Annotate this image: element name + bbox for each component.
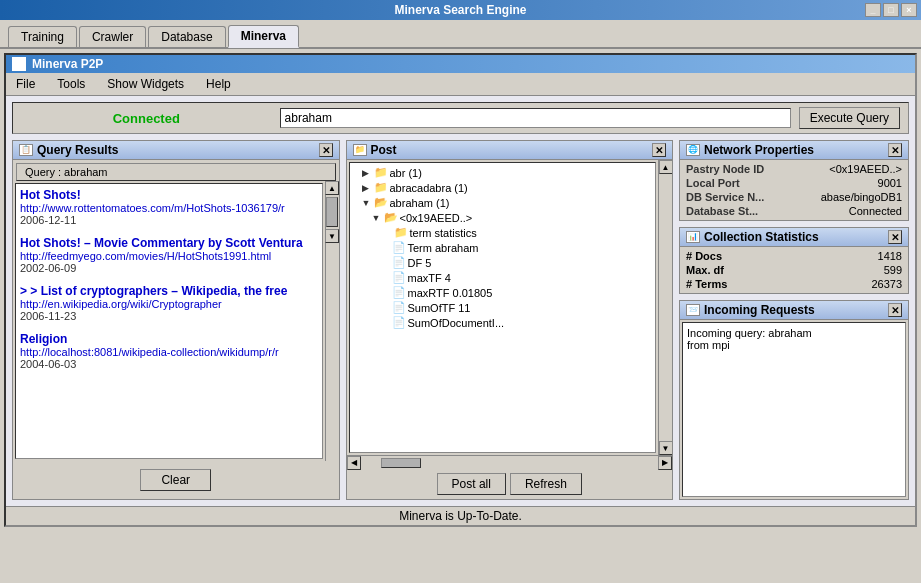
tree-scroll-hthumb[interactable] [381,458,421,468]
results-area: Hot Shots! http://www.rottentomatoes.com… [15,183,323,459]
tree-h-scrollbar[interactable]: ◀ ▶ [347,455,673,469]
prop-value-node-id: <0x19AEED..> [792,162,908,176]
table-row: Local Port 9001 [680,176,908,190]
query-results-header: 📋 Query Results ✕ [13,141,339,160]
stats-panel-icon: 📊 [686,231,700,243]
tree-node-sumofdoc[interactable]: 📄 SumOfDocumentI... [352,315,654,330]
tree-arrow-abracadabra: ▶ [362,183,372,193]
tree-node-term-stats[interactable]: 📁 term statistics [352,225,654,240]
tree-scroll-down[interactable]: ▼ [659,441,673,455]
prop-value-db-status: Connected [792,204,908,218]
tree-scroll-right[interactable]: ▶ [658,456,672,470]
stats-table: # Docs 1418 Max. df 599 # Terms 26373 [680,249,908,291]
result-url-4[interactable]: http://localhost:8081/wikipedia-collecti… [20,346,318,358]
post-panel-icon: 📁 [353,144,367,156]
result-title-3[interactable]: > > List of cryptographers – Wikipedia, … [20,284,318,298]
stat-label-terms: # Terms [680,277,807,291]
title-bar: Minerva Search Engine _ □ × [0,0,921,20]
network-props-close[interactable]: ✕ [888,143,902,157]
incoming-requests-panel: 📨 Incoming Requests ✕ Incoming query: ab… [679,300,909,500]
window-title: Minerva Search Engine [394,3,526,17]
post-buttons: Post all Refresh [347,469,673,499]
result-url-2[interactable]: http://feedmyego.com/movies/H/HotShots19… [20,250,318,262]
file-icon-sumofdoc: 📄 [392,316,406,329]
results-scrollbar[interactable]: ▲ ▼ [325,181,339,461]
folder-icon-node-id: 📂 [384,211,398,224]
scroll-thumb[interactable] [326,197,338,227]
tree-arrow-abr: ▶ [362,168,372,178]
refresh-button[interactable]: Refresh [510,473,582,495]
window-controls[interactable]: _ □ × [865,3,917,17]
tree-label-abr: abr (1) [390,167,422,179]
tree-arrow-term-stats [382,228,392,238]
tab-crawler[interactable]: Crawler [79,26,146,47]
table-row: Pastry Node ID <0x19AEED..> [680,162,908,176]
result-url-1[interactable]: http://www.rottentomatoes.com/m/HotShots… [20,202,318,214]
tree-label-term-stats: term statistics [410,227,477,239]
tab-minerva[interactable]: Minerva [228,25,299,48]
stat-value-docs: 1418 [807,249,908,263]
tree-scrollbar[interactable]: ▲ ▼ [658,160,672,455]
post-all-button[interactable]: Post all [437,473,506,495]
execute-query-button[interactable]: Execute Query [799,107,900,129]
result-title-1[interactable]: Hot Shots! [20,188,318,202]
status-bar: Minerva is Up-To-Date. [6,506,915,525]
tree-label-maxtf: maxTF 4 [408,272,451,284]
post-close[interactable]: ✕ [652,143,666,157]
file-icon-term-abraham: 📄 [392,241,406,254]
incoming-text: Incoming query: abraham from mpi [682,322,906,497]
result-title-2[interactable]: Hot Shots! – Movie Commentary by Scott V… [20,236,318,250]
tree-arrow-abraham: ▼ [362,198,372,208]
tree-node-sumoftf[interactable]: 📄 SumOfTF 11 [352,300,654,315]
close-button[interactable]: × [901,3,917,17]
tree-node-abr[interactable]: ▶ 📁 abr (1) [352,165,654,180]
folder-icon-abraham: 📂 [374,196,388,209]
minimize-button[interactable]: _ [865,3,881,17]
menu-help[interactable]: Help [200,75,237,93]
prop-value-db-service: abase/bingoDB1 [792,190,908,204]
query-results-title: Query Results [37,143,118,157]
stat-value-terms: 26373 [807,277,908,291]
tree-scroll-up[interactable]: ▲ [659,160,673,174]
tree-label-abraham: abraham (1) [390,197,450,209]
inner-title-bar: Minerva P2P [6,55,915,73]
tree-node-abracadabra[interactable]: ▶ 📁 abracadabra (1) [352,180,654,195]
incoming-close[interactable]: ✕ [888,303,902,317]
tab-training[interactable]: Training [8,26,77,47]
prop-label-port: Local Port [680,176,792,190]
coll-stats-close[interactable]: ✕ [888,230,902,244]
tree-node-maxtf[interactable]: 📄 maxTF 4 [352,270,654,285]
tree-scroll-left[interactable]: ◀ [347,456,361,470]
menu-show-widgets[interactable]: Show Widgets [101,75,190,93]
tree-node-maxrtf[interactable]: 📄 maxRTF 0.01805 [352,285,654,300]
results-panel-icon: 📋 [19,144,33,156]
result-title-4[interactable]: Religion [20,332,318,346]
tree-node-df[interactable]: 📄 DF 5 [352,255,654,270]
search-input[interactable] [280,108,791,128]
tree-node-term-abraham[interactable]: 📄 Term abraham [352,240,654,255]
right-panels: 🌐 Network Properties ✕ Pastry Node ID <0… [679,140,909,500]
scroll-up-arrow[interactable]: ▲ [325,181,339,195]
query-results-close[interactable]: ✕ [319,143,333,157]
tree-label-sumofdoc: SumOfDocumentI... [408,317,505,329]
connection-status: Connected [21,111,272,126]
menu-tools[interactable]: Tools [51,75,91,93]
menu-file[interactable]: File [10,75,41,93]
tree-node-abraham[interactable]: ▼ 📂 abraham (1) [352,195,654,210]
tab-database[interactable]: Database [148,26,225,47]
post-title: Post [371,143,397,157]
result-item-3: > > List of cryptographers – Wikipedia, … [20,284,318,322]
clear-button[interactable]: Clear [140,469,211,491]
result-url-3[interactable]: http://en.wikipedia.org/wiki/Cryptograph… [20,298,318,310]
file-icon-maxtf: 📄 [392,271,406,284]
maximize-button[interactable]: □ [883,3,899,17]
tree-arrow-node-id: ▼ [372,213,382,223]
query-results-panel: 📋 Query Results ✕ Query : abraham Hot Sh… [12,140,340,500]
query-tab[interactable]: Query : abraham [16,163,336,181]
tree-node-node-id[interactable]: ▼ 📂 <0x19AEED..> [352,210,654,225]
scroll-down-arrow[interactable]: ▼ [325,229,339,243]
folder-icon-abr: 📁 [374,166,388,179]
menu-bar: File Tools Show Widgets Help [6,73,915,96]
prop-label-db-service: DB Service N... [680,190,792,204]
file-icon-df: 📄 [392,256,406,269]
